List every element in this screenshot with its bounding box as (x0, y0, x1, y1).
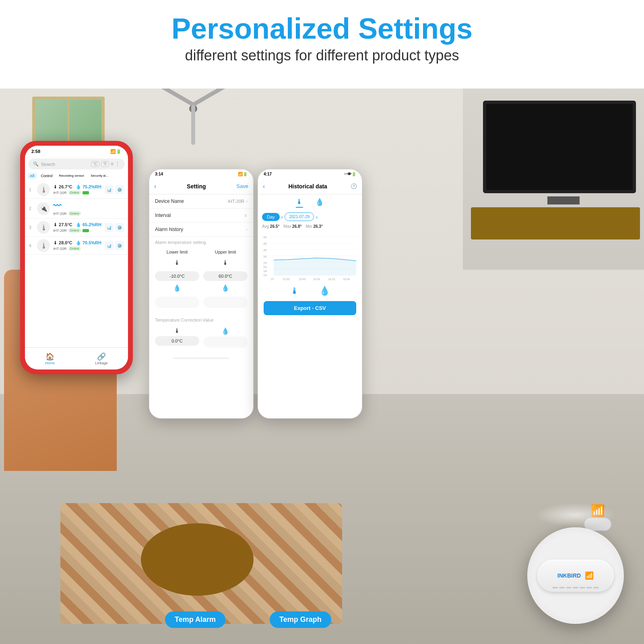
upper-value-input[interactable]: 60.0°C (203, 271, 248, 281)
lower-empty-input[interactable] (155, 297, 199, 308)
historical-nav: ‹ Historical data 🕐 (258, 178, 362, 194)
tab-control[interactable]: Control (39, 173, 55, 179)
fahrenheit-toggle[interactable]: °F (101, 161, 109, 167)
fan-blade2 (191, 105, 195, 145)
save-button[interactable]: Save (236, 183, 248, 189)
limit-section: Lower limit Upper limit 🌡 🌡 (149, 246, 253, 314)
bottom-icons-row: 🌡 💧 (258, 283, 362, 299)
celsius-toggle[interactable]: °C (91, 161, 99, 167)
online-badge-4: Online (68, 246, 81, 251)
fan-blade3 (157, 89, 194, 106)
time-right: 4:17 (264, 172, 272, 176)
device-spotlight (535, 503, 616, 527)
time-mid: 3:14 (155, 172, 163, 176)
correction-value-input[interactable]: 0.0°C (155, 336, 199, 346)
humidity-upper-icon: 💧 (203, 284, 248, 292)
humidity-correction-icon: 💧 (203, 327, 248, 335)
temp-correction-header: Temperature Correction Value (149, 314, 253, 324)
settings-btn-4[interactable]: ⚙️ (115, 241, 124, 250)
fan-blade1 (192, 89, 229, 106)
temp-3: 🌡 27.5°C (53, 222, 72, 227)
svg-text:15:30: 15:30 (283, 278, 290, 281)
interval-row[interactable]: Interval ∨ (149, 208, 253, 223)
prev-date-button[interactable]: ‹ (281, 214, 283, 220)
device-tabs: All Control Recording sensor Security al… (25, 171, 128, 181)
svg-text:16:00: 16:00 (313, 278, 320, 281)
clock-icon[interactable]: 🕐 (351, 183, 357, 189)
chart-btn-1[interactable]: 📊 (105, 185, 114, 194)
svg-text:15: 15 (270, 278, 274, 281)
tab-security[interactable]: Security al... (88, 173, 111, 179)
thermometer-correction-icon: 🌡 (155, 327, 199, 334)
lower-limit-col: Lower limit (155, 250, 199, 256)
search-placeholder: Search (41, 162, 55, 167)
device-item-2[interactable]: 2 🔌 〰 IHT-20R Online (25, 199, 128, 219)
device-actions-4: 📊 ⚙️ (105, 241, 124, 250)
inkbird-device: INKBIRD 📶 (519, 503, 632, 624)
svg-text:35: 35 (263, 248, 267, 252)
water-icon-2: 〰 (53, 201, 61, 211)
next-date-button[interactable]: › (316, 214, 318, 220)
device-name-value: IHT-20R (228, 199, 244, 204)
min-label: Min 26.3° (305, 224, 322, 229)
settings-btn-3[interactable]: ⚙️ (115, 223, 124, 232)
temperature-chart: 45 40 35 30 25 20 18 10 (260, 233, 359, 281)
device-item-1[interactable]: 1 🌡️ 🌡 26.7°C 💧 75.2%RH IHT-20R Online (25, 181, 128, 199)
alarm-temp-header: Alarm temperature setting (149, 237, 253, 246)
lower-value-input[interactable]: -10.0°C (155, 271, 199, 281)
phone-screen-left: 2:58 📶🔋 🔍 Search °C °F ≡ ⋮ All (25, 146, 128, 369)
data-type-toggles: 🌡 💧 (258, 194, 362, 211)
tab-recording[interactable]: Recording sensor (57, 173, 87, 179)
page-header: Personalized Settings different settings… (0, 0, 644, 68)
temp-icon-active[interactable]: 🌡 (296, 198, 303, 208)
device-name-label: Device Name (155, 198, 228, 204)
temp-4: 🌡 28.0°C (53, 240, 72, 246)
temp-bottom-icon[interactable]: 🌡 (290, 286, 299, 296)
time-left: 2:58 (31, 149, 40, 154)
settings-screen: 3:14 📶🔋 ‹ Setting Save Device Name IHT-2… (149, 169, 254, 419)
device-item-3[interactable]: 3 🌡️ 🌡 27.5°C 💧 65.2%RH IHT-20R Online (25, 219, 128, 237)
temp-graph-label: Temp Graph (270, 611, 331, 628)
correction-empty-input[interactable] (203, 336, 248, 348)
humidity-icon[interactable]: 💧 (315, 198, 324, 208)
day-button[interactable]: Day (262, 213, 280, 221)
temp-1: 🌡 26.7°C (53, 184, 72, 190)
alarm-history-row[interactable]: Alarm history › (149, 223, 253, 237)
device-readings-1: 🌡 26.7°C 💧 75.2%RH (53, 184, 101, 190)
online-badge-2: Online (68, 211, 81, 216)
phone-case: 2:58 📶🔋 🔍 Search °C °F ≡ ⋮ All (20, 141, 133, 374)
tab-all[interactable]: All (27, 173, 37, 179)
settings-btn-1[interactable]: ⚙️ (115, 185, 124, 194)
chevron-right-icon: › (246, 198, 248, 204)
chart-btn-3[interactable]: 📊 (105, 223, 114, 232)
device-name-row[interactable]: Device Name IHT-20R › (149, 194, 253, 208)
settings-nav: ‹ Setting Save (149, 178, 253, 194)
device-item-4[interactable]: 4 🌡️ 🌡 28.0°C 💧 70.5%RH IHT-20R Online (25, 237, 128, 255)
search-icon: 🔍 (33, 161, 39, 167)
search-bar[interactable]: 🔍 Search °C °F ≡ ⋮ (28, 159, 125, 169)
humid-1: 💧 75.2%RH (76, 184, 101, 190)
nav-linkage[interactable]: 🔗 Linkage (95, 352, 108, 365)
limit-values-row: -10.0°C 60.0°C (155, 271, 248, 281)
thermometer-icon-1: 🌡️ (37, 183, 50, 196)
ceiling-area (133, 89, 254, 169)
export-csv-button[interactable]: Export - CSV (264, 301, 356, 315)
upper-empty-input[interactable] (203, 297, 248, 308)
humidity-bottom-icon[interactable]: 💧 (319, 286, 330, 296)
temp-correction-label: Temperature Correction Value (155, 318, 214, 322)
nav-home[interactable]: 🏠 Home (45, 352, 55, 365)
phone-right-container: 4:17 ···👁🔋 ‹ Historical data 🕐 🌡 💧 Day ‹… (258, 169, 362, 419)
thermometer-icon-4: 🌡️ (37, 239, 50, 252)
phone-left-container: 2:58 📶🔋 🔍 Search °C °F ≡ ⋮ All (8, 141, 145, 431)
device-readings-2: 〰 (53, 201, 124, 211)
limit-icons-row-2: 💧 💧 (155, 284, 248, 293)
phone-mid-container: 3:14 📶🔋 ‹ Setting Save Device Name IHT-2… (149, 169, 254, 419)
chart-btn-4[interactable]: 📊 (105, 241, 114, 250)
device-actions-1: 📊 ⚙️ (105, 185, 124, 194)
main-title: Personalized Settings (8, 12, 636, 45)
max-label: Max 26.8° (283, 224, 301, 229)
device-info-1: 🌡 26.7°C 💧 75.2%RH IHT-20R Online (53, 184, 101, 195)
device-info-3: 🌡 27.5°C 💧 65.2%RH IHT-20R Online (53, 222, 101, 233)
svg-text:20: 20 (263, 265, 267, 269)
upper-limit-label: Upper limit (203, 250, 248, 254)
